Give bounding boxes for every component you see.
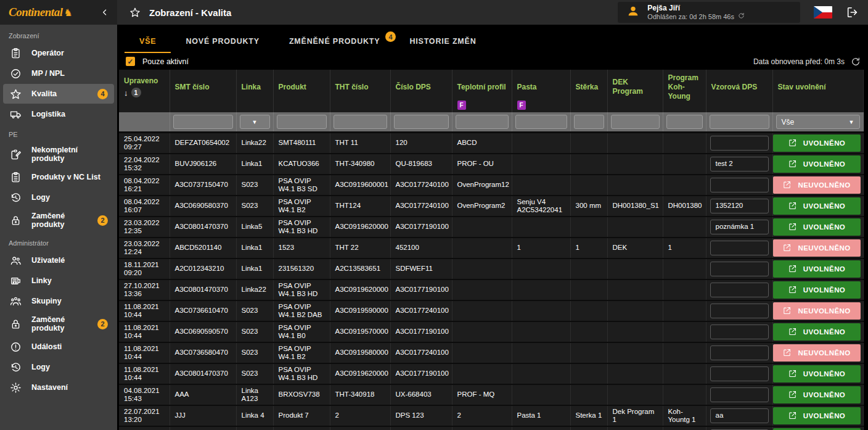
release-status-button[interactable]: UVOLNĚNO bbox=[773, 218, 861, 236]
table-row[interactable]: 11.08.2021 10:44A3C0736610470S023PSA OVI… bbox=[119, 300, 863, 321]
column-header-dek[interactable]: DEK Program bbox=[607, 70, 663, 112]
logout-icon[interactable] bbox=[846, 6, 859, 19]
filter-input-tht[interactable] bbox=[334, 115, 387, 129]
sidebar-item-zam-en-produkty[interactable]: Zamčené produkty2 bbox=[3, 208, 114, 233]
table-row[interactable]: 11.08.2021 10:44A3C0801470370S023PSA OVI… bbox=[119, 363, 863, 384]
column-header-pasta[interactable]: PastaF bbox=[512, 70, 570, 112]
user-chip[interactable]: Pejša Jiří Odhlášen za: 0d 2h 58m 46s bbox=[618, 2, 800, 23]
table-row[interactable]: 11.08.2021 10:44A3C0736580470S023PSA OVI… bbox=[119, 342, 863, 363]
sample-dps-input[interactable] bbox=[710, 262, 769, 276]
table-row[interactable]: 08.04.2022 16:21A3C0737150470S023PSA OVI… bbox=[119, 175, 863, 196]
column-header-teplotni[interactable]: Teplotní profilF bbox=[452, 70, 512, 112]
sidebar-item-logy[interactable]: Logy bbox=[3, 357, 114, 377]
refresh-icon[interactable] bbox=[851, 57, 861, 67]
release-status-button[interactable]: NEUVOLNĚNO bbox=[773, 176, 861, 194]
column-header-upraveno[interactable]: Upraveno↓1 bbox=[119, 70, 170, 112]
table-row[interactable]: 20.07.2021LinkaUVOLNĚNO bbox=[119, 426, 863, 430]
column-header-kohyoung[interactable]: Program Koh-Young bbox=[663, 70, 706, 112]
cell-vzorova: 1352120 bbox=[706, 196, 772, 217]
filter-input-pasta[interactable] bbox=[515, 115, 567, 129]
sidebar-item-u-ivatel[interactable]: Uživatelé bbox=[3, 250, 114, 270]
release-status-button[interactable]: NEUVOLNĚNO bbox=[773, 239, 861, 257]
release-status-button[interactable]: NEUVOLNĚNO bbox=[773, 302, 861, 320]
tab-zm-n-n-produkty[interactable]: ZMĚNĚNÉ PRODUKTY4 bbox=[274, 30, 395, 53]
table-row[interactable]: 11.08.2021 10:44A3C0690590570S023PSA OVI… bbox=[119, 321, 863, 342]
release-status-button[interactable]: UVOLNĚNO bbox=[773, 197, 861, 215]
sample-dps-input[interactable] bbox=[710, 345, 769, 360]
table-row[interactable]: 08.04.2022 16:07A3C0690580370S023PSA OVI… bbox=[119, 196, 863, 217]
sort-indicator[interactable]: ↓1 bbox=[124, 88, 165, 97]
sample-dps-input[interactable] bbox=[710, 178, 769, 192]
release-status-button[interactable]: UVOLNĚNO bbox=[773, 260, 861, 278]
filter-active-badge[interactable]: F bbox=[457, 101, 466, 110]
sample-dps-input[interactable] bbox=[710, 304, 769, 318]
filter-input-kohyoung[interactable] bbox=[666, 115, 703, 129]
table-row[interactable]: 22.07.2021 13:20JJJLinka 4Produkt 72DPS … bbox=[119, 405, 863, 426]
sidebar-collapse-button[interactable] bbox=[100, 7, 110, 17]
sidebar-item-logistika[interactable]: Logistika bbox=[3, 104, 114, 124]
filter-input-smt[interactable] bbox=[173, 115, 233, 129]
sidebar-item-logy[interactable]: Logy bbox=[3, 188, 114, 207]
sidebar-item-zam-en-produkty[interactable]: Zamčené produkty2 bbox=[3, 312, 114, 336]
sidebar-item-skupiny[interactable]: Skupiny bbox=[3, 291, 114, 311]
sidebar-item-linky[interactable]: Linky bbox=[3, 271, 114, 291]
column-header-tht[interactable]: THT číslo bbox=[330, 70, 390, 112]
favorite-star-icon[interactable] bbox=[129, 7, 141, 18]
sample-dps-input[interactable]: aa bbox=[710, 408, 769, 423]
sample-dps-input[interactable] bbox=[710, 283, 769, 297]
table-row[interactable]: 27.10.2021 13:36A3C0801470370Linka22PSA … bbox=[119, 279, 863, 300]
sample-dps-input[interactable] bbox=[710, 241, 769, 255]
filter-input-teplotni[interactable] bbox=[456, 115, 509, 129]
release-status-button[interactable]: UVOLNĚNO bbox=[773, 386, 861, 403]
countdown-refresh-icon[interactable] bbox=[738, 12, 745, 21]
tab-v-e[interactable]: VŠE bbox=[125, 30, 171, 53]
czech-flag-icon[interactable] bbox=[814, 6, 832, 19]
filter-input-produkt[interactable] bbox=[277, 115, 327, 129]
filter-input-dps[interactable] bbox=[394, 115, 449, 129]
filter-active-badge[interactable]: F bbox=[517, 101, 526, 110]
sidebar-item-nastaven[interactable]: Nastavení bbox=[3, 378, 114, 397]
filter-input-dek[interactable] bbox=[611, 115, 660, 129]
sidebar-item-kvalita[interactable]: Kvalita4 bbox=[3, 84, 114, 104]
column-header-produkt[interactable]: Produkt bbox=[273, 70, 330, 112]
filter-cell-linka: ▼ bbox=[236, 112, 273, 133]
table-row[interactable]: 22.04.2022 15:32BUVJ906126Linka1KCATUO36… bbox=[119, 154, 863, 175]
filter-input-sterka[interactable] bbox=[574, 115, 604, 129]
sample-dps-input[interactable] bbox=[710, 387, 769, 402]
table-row[interactable]: 23.03.2022 12:24ABCD5201140Linka11523THT… bbox=[119, 238, 863, 258]
release-status-button[interactable]: UVOLNĚNO bbox=[773, 281, 861, 299]
release-status-button[interactable]: NEUVOLNĚNO bbox=[773, 344, 861, 362]
release-status-button[interactable]: UVOLNĚNO bbox=[773, 134, 861, 152]
filter-input-vzorova[interactable] bbox=[710, 115, 769, 129]
column-header-dps[interactable]: Číslo DPS bbox=[390, 70, 452, 112]
sample-dps-input[interactable] bbox=[710, 136, 769, 151]
column-header-stav[interactable]: Stav uvolnění bbox=[772, 70, 863, 112]
table-row[interactable]: 04.08.2021 15:43AAALinka A123BRXOSV738TH… bbox=[119, 384, 863, 405]
release-status-button[interactable]: UVOLNĚNO bbox=[773, 323, 861, 341]
sidebar-item-oper-tor[interactable]: Operátor bbox=[3, 43, 114, 63]
filter-select-linka[interactable]: ▼ bbox=[240, 115, 270, 129]
sidebar-item-ud-losti[interactable]: Události bbox=[3, 337, 114, 357]
column-header-vzorova[interactable]: Vzorová DPS bbox=[706, 70, 772, 112]
column-header-linka[interactable]: Linka bbox=[236, 70, 273, 112]
sample-dps-input[interactable]: poznámka 1 bbox=[710, 220, 769, 234]
sample-dps-input[interactable]: test 2 bbox=[710, 157, 769, 172]
sample-dps-input[interactable] bbox=[710, 325, 769, 339]
table-row[interactable]: 25.04.2022 09:27DEFZAT0654002Linka22SMT4… bbox=[119, 133, 863, 154]
sidebar-item-produkty-v-nc-list[interactable]: Produkty v NC List bbox=[3, 167, 114, 187]
tab-historie-zm-n[interactable]: HISTORIE ZMĚN bbox=[395, 30, 491, 53]
tab-nov-produkty[interactable]: NOVÉ PRODUKTY bbox=[171, 30, 274, 53]
filter-select-stav[interactable]: Vše▼ bbox=[776, 115, 860, 129]
release-status-button[interactable]: UVOLNĚNO bbox=[773, 407, 861, 424]
table-row[interactable]: 23.03.2022 12:35A3C0801470370Linka5PSA O… bbox=[119, 217, 863, 238]
sidebar-item-mp-npl[interactable]: MP / NPL bbox=[3, 64, 114, 83]
sample-dps-input[interactable]: 1352120 bbox=[710, 199, 769, 213]
column-header-smt[interactable]: SMT číslo bbox=[170, 70, 236, 112]
release-status-button[interactable]: UVOLNĚNO bbox=[773, 155, 861, 173]
sample-dps-input[interactable] bbox=[710, 366, 769, 381]
table-row[interactable]: 18.11.2021 09:20A2C012343210Linka1231561… bbox=[119, 258, 863, 279]
column-header-sterka[interactable]: Stěrka bbox=[570, 70, 607, 112]
release-status-button[interactable]: UVOLNĚNO bbox=[773, 365, 861, 382]
sidebar-item-nekompletn-produkty[interactable]: Nekompletní produkty bbox=[3, 142, 114, 167]
active-only-checkbox[interactable]: ✓ bbox=[126, 57, 135, 66]
